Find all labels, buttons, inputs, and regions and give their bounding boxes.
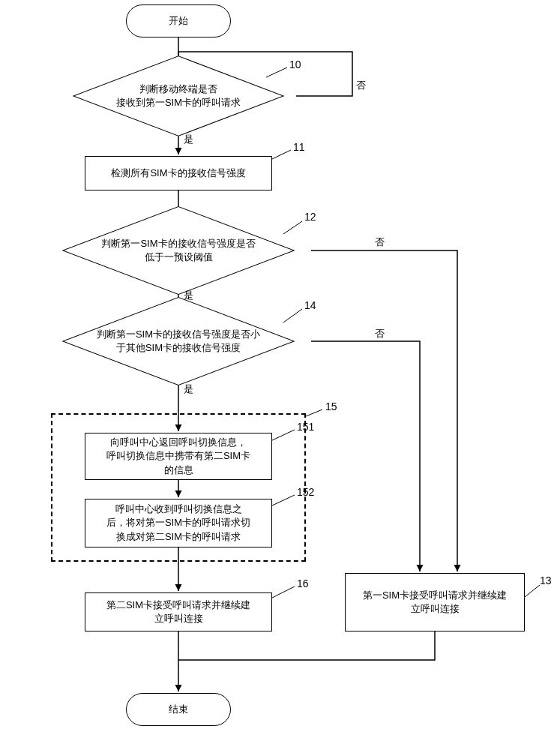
step-152: 152	[297, 486, 314, 498]
step-10: 10	[289, 58, 301, 70]
label-d12-yes: 是	[184, 289, 193, 302]
label-d12-no: 否	[375, 236, 385, 249]
label-d10-yes: 是	[184, 133, 193, 146]
process-13: 第一SIM卡接受呼叫请求并继续建 立呼叫连接	[345, 573, 525, 632]
process-152-text: 呼叫中心收到呼叫切换信息之 后，将对第一SIM卡的呼叫请求切 换成对第二SIM卡…	[106, 502, 250, 544]
process-11: 检测所有SIM卡的接收信号强度	[85, 156, 272, 190]
terminal-start-label: 开始	[169, 14, 188, 28]
step-13: 13	[540, 574, 552, 586]
step-14: 14	[304, 299, 316, 311]
process-151: 向呼叫中心返回呼叫切换信息， 呼叫切换信息中携带有第二SIM卡 的信息	[85, 433, 272, 480]
decision-12-text: 判断第一SIM卡的接收信号强度是否 低于一预设阈值	[98, 237, 258, 264]
decision-10: 判断移动终端是否 接收到第一SIM卡的呼叫请求	[58, 66, 298, 126]
process-16-text: 第二SIM卡接受呼叫请求并继续建 立呼叫连接	[106, 598, 250, 626]
terminal-end-label: 结束	[169, 703, 188, 716]
terminal-start: 开始	[126, 4, 231, 38]
label-d14-no: 否	[375, 327, 385, 340]
step-15: 15	[325, 400, 337, 412]
process-152: 呼叫中心收到呼叫切换信息之 后，将对第一SIM卡的呼叫请求切 换成对第二SIM卡…	[85, 499, 272, 548]
label-d10-no: 否	[356, 79, 366, 92]
process-11-text: 检测所有SIM卡的接收信号强度	[111, 166, 245, 180]
step-12: 12	[304, 211, 316, 223]
decision-10-text: 判断移动终端是否 接收到第一SIM卡的呼叫请求	[113, 82, 244, 110]
decision-14-text: 判断第一SIM卡的接收信号强度是否小 于其他SIM卡的接收信号强度	[94, 328, 263, 355]
process-13-text: 第一SIM卡接受呼叫请求并继续建 立呼叫连接	[363, 589, 507, 616]
decision-14: 判断第一SIM卡的接收信号强度是否小 于其他SIM卡的接收信号强度	[43, 310, 313, 372]
decision-12: 判断第一SIM卡的接收信号强度是否 低于一预设阈值	[43, 220, 313, 281]
step-151: 151	[297, 421, 314, 433]
label-d14-yes: 是	[184, 382, 193, 396]
process-16: 第二SIM卡接受呼叫请求并继续建 立呼叫连接	[85, 592, 272, 632]
step-16: 16	[297, 578, 309, 590]
terminal-end: 结束	[126, 693, 231, 726]
process-151-text: 向呼叫中心返回呼叫切换信息， 呼叫切换信息中携带有第二SIM卡 的信息	[106, 436, 250, 477]
step-11: 11	[293, 141, 305, 153]
